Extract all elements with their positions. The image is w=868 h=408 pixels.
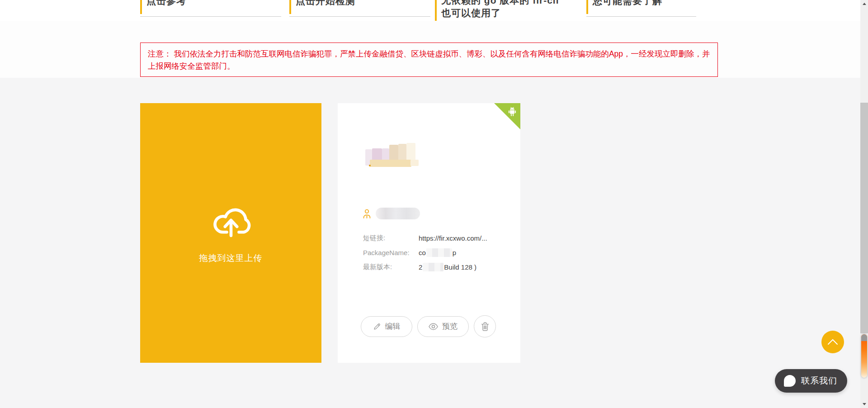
app-card[interactable]: 短链接: https://fir.xcxwo.com/... PackageNa… (338, 103, 520, 363)
notice-body: 我们依法全力打击和防范互联网电信诈骗犯罪，严禁上传金融借贷、区块链虚拟币、博彩、… (148, 49, 710, 71)
header-card-3[interactable]: 无依赖的 go 版本的 fir-cli 也可以使用了 (435, 0, 580, 21)
app-icon-redacted (365, 143, 419, 167)
anti-fraud-notice: 注意： 我们依法全力打击和防范互联网电信诈骗犯罪，严禁上传金融借贷、区块链虚拟币… (140, 43, 718, 77)
redacted-value (426, 248, 452, 257)
notice-prefix: 注意： (148, 49, 172, 58)
scroll-progress-indicator[interactable] (861, 334, 867, 378)
field-value-prefix: co (419, 249, 426, 256)
field-label: PackageName: (363, 249, 419, 256)
accent-bar (435, 0, 437, 21)
field-version: 最新版本: 2 Build 128 ) (363, 260, 487, 274)
upload-dropzone[interactable]: 拖拽到这里上传 (140, 103, 321, 363)
preview-button-label: 预览 (442, 321, 458, 332)
header-card-2[interactable]: 点击开始检测 (289, 0, 432, 21)
edit-button[interactable]: 编辑 (361, 316, 412, 337)
header-title: 点击参考 (146, 0, 186, 7)
triangle-down-icon (863, 403, 866, 405)
scrollbar-down-button[interactable] (860, 400, 868, 408)
header-title-line1: 无依赖的 go 版本的 fir-cli (441, 0, 559, 7)
delete-button[interactable] (474, 315, 496, 337)
field-value-suffix: Build 128 ) (444, 263, 476, 271)
redacted-value (423, 263, 443, 271)
person-icon (362, 209, 372, 219)
field-label: 短链接: (363, 234, 419, 242)
header-title: 您可能需要了解 (593, 0, 662, 7)
divider (289, 16, 430, 17)
dropzone-label: 拖拽到这里上传 (140, 252, 321, 264)
scrollbar[interactable] (860, 0, 868, 408)
page: 点击参考 点击开始检测 无依赖的 go 版本的 fir-cli 也可以使用了 您… (0, 0, 868, 408)
contact-us-button[interactable]: 联系我们 (775, 369, 847, 393)
cloud-upload-icon (208, 199, 255, 239)
scrollbar-up-button[interactable] (860, 0, 868, 8)
header-title-line2: 也可以使用了 (441, 7, 559, 19)
app-name-row (362, 207, 420, 220)
header-title: 点击开始检测 (296, 0, 355, 7)
accent-bar (289, 0, 291, 14)
app-name-redacted (376, 208, 420, 219)
preview-button[interactable]: 预览 (417, 316, 469, 337)
android-icon (507, 106, 517, 117)
divider (140, 16, 281, 17)
field-value-prefix: 2 (419, 263, 422, 271)
header-card-4[interactable]: 您可能需要了解 (586, 0, 698, 21)
field-label: 最新版本: (363, 263, 419, 271)
field-value-suffix: p (453, 249, 456, 256)
app-detail-fields: 短链接: https://fir.xcxwo.com/... PackageNa… (363, 231, 487, 274)
accent-bar (140, 0, 142, 14)
field-shortlink: 短链接: https://fir.xcxwo.com/... (363, 231, 487, 245)
edit-button-label: 编辑 (385, 321, 401, 332)
back-to-top-button[interactable] (821, 331, 844, 353)
eye-icon (429, 323, 438, 330)
header-card-1[interactable]: 点击参考 (140, 0, 283, 21)
field-value[interactable]: https://fir.xcxwo.com/... (419, 234, 487, 242)
chevron-up-icon (827, 338, 839, 346)
accent-bar (586, 0, 588, 14)
scrollbar-thumb[interactable] (860, 103, 868, 333)
pencil-icon (373, 323, 381, 331)
card-actions: 编辑 预览 (361, 315, 496, 337)
contact-us-label: 联系我们 (801, 375, 837, 387)
top-section-headers: 点击参考 点击开始检测 无依赖的 go 版本的 fir-cli 也可以使用了 您… (0, 0, 868, 21)
triangle-up-icon (863, 3, 866, 5)
trash-icon (481, 322, 489, 331)
field-packagename: PackageName: co p (363, 245, 487, 260)
chat-bubble-icon (784, 375, 796, 387)
divider (586, 16, 696, 17)
